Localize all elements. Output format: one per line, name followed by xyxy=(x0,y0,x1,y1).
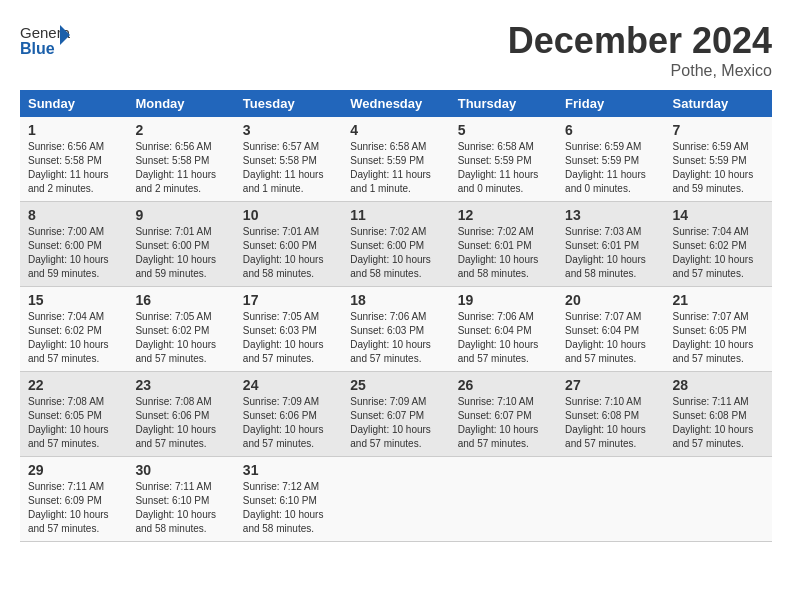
calendar-cell: 18Sunrise: 7:06 AMSunset: 6:03 PMDayligh… xyxy=(342,287,449,372)
calendar-cell: 4Sunrise: 6:58 AMSunset: 5:59 PMDaylight… xyxy=(342,117,449,202)
day-info: Sunrise: 7:00 AMSunset: 6:00 PMDaylight:… xyxy=(28,225,119,281)
day-number: 8 xyxy=(28,207,119,223)
calendar-cell xyxy=(450,457,557,542)
day-number: 27 xyxy=(565,377,656,393)
logo: General Blue xyxy=(20,20,70,60)
day-info: Sunrise: 6:59 AMSunset: 5:59 PMDaylight:… xyxy=(673,140,764,196)
day-info: Sunrise: 6:56 AMSunset: 5:58 PMDaylight:… xyxy=(28,140,119,196)
calendar-cell: 8Sunrise: 7:00 AMSunset: 6:00 PMDaylight… xyxy=(20,202,127,287)
calendar-cell xyxy=(342,457,449,542)
day-info: Sunrise: 7:11 AMSunset: 6:09 PMDaylight:… xyxy=(28,480,119,536)
day-number: 5 xyxy=(458,122,549,138)
day-number: 7 xyxy=(673,122,764,138)
calendar-cell: 21Sunrise: 7:07 AMSunset: 6:05 PMDayligh… xyxy=(665,287,772,372)
day-info: Sunrise: 7:09 AMSunset: 6:06 PMDaylight:… xyxy=(243,395,334,451)
calendar-cell: 30Sunrise: 7:11 AMSunset: 6:10 PMDayligh… xyxy=(127,457,234,542)
day-info: Sunrise: 7:04 AMSunset: 6:02 PMDaylight:… xyxy=(28,310,119,366)
day-info: Sunrise: 7:08 AMSunset: 6:06 PMDaylight:… xyxy=(135,395,226,451)
calendar-week-row: 15Sunrise: 7:04 AMSunset: 6:02 PMDayligh… xyxy=(20,287,772,372)
day-info: Sunrise: 7:07 AMSunset: 6:05 PMDaylight:… xyxy=(673,310,764,366)
day-number: 3 xyxy=(243,122,334,138)
day-number: 21 xyxy=(673,292,764,308)
calendar-cell: 12Sunrise: 7:02 AMSunset: 6:01 PMDayligh… xyxy=(450,202,557,287)
day-number: 2 xyxy=(135,122,226,138)
day-number: 28 xyxy=(673,377,764,393)
calendar-week-row: 22Sunrise: 7:08 AMSunset: 6:05 PMDayligh… xyxy=(20,372,772,457)
day-info: Sunrise: 7:06 AMSunset: 6:03 PMDaylight:… xyxy=(350,310,441,366)
calendar-cell: 9Sunrise: 7:01 AMSunset: 6:00 PMDaylight… xyxy=(127,202,234,287)
calendar-cell: 19Sunrise: 7:06 AMSunset: 6:04 PMDayligh… xyxy=(450,287,557,372)
calendar-header-row: SundayMondayTuesdayWednesdayThursdayFrid… xyxy=(20,90,772,117)
calendar-cell: 7Sunrise: 6:59 AMSunset: 5:59 PMDaylight… xyxy=(665,117,772,202)
calendar-cell: 15Sunrise: 7:04 AMSunset: 6:02 PMDayligh… xyxy=(20,287,127,372)
col-header-thursday: Thursday xyxy=(450,90,557,117)
day-info: Sunrise: 7:10 AMSunset: 6:08 PMDaylight:… xyxy=(565,395,656,451)
calendar-cell: 11Sunrise: 7:02 AMSunset: 6:00 PMDayligh… xyxy=(342,202,449,287)
calendar-cell: 25Sunrise: 7:09 AMSunset: 6:07 PMDayligh… xyxy=(342,372,449,457)
calendar-cell: 27Sunrise: 7:10 AMSunset: 6:08 PMDayligh… xyxy=(557,372,664,457)
day-info: Sunrise: 6:58 AMSunset: 5:59 PMDaylight:… xyxy=(458,140,549,196)
day-number: 4 xyxy=(350,122,441,138)
day-number: 16 xyxy=(135,292,226,308)
calendar-week-row: 8Sunrise: 7:00 AMSunset: 6:00 PMDaylight… xyxy=(20,202,772,287)
col-header-monday: Monday xyxy=(127,90,234,117)
calendar-cell: 28Sunrise: 7:11 AMSunset: 6:08 PMDayligh… xyxy=(665,372,772,457)
calendar-cell: 16Sunrise: 7:05 AMSunset: 6:02 PMDayligh… xyxy=(127,287,234,372)
day-number: 18 xyxy=(350,292,441,308)
day-number: 15 xyxy=(28,292,119,308)
day-info: Sunrise: 7:02 AMSunset: 6:00 PMDaylight:… xyxy=(350,225,441,281)
day-number: 29 xyxy=(28,462,119,478)
calendar-cell: 10Sunrise: 7:01 AMSunset: 6:00 PMDayligh… xyxy=(235,202,342,287)
day-info: Sunrise: 7:07 AMSunset: 6:04 PMDaylight:… xyxy=(565,310,656,366)
day-number: 13 xyxy=(565,207,656,223)
location: Pothe, Mexico xyxy=(508,62,772,80)
calendar-cell: 26Sunrise: 7:10 AMSunset: 6:07 PMDayligh… xyxy=(450,372,557,457)
day-info: Sunrise: 7:12 AMSunset: 6:10 PMDaylight:… xyxy=(243,480,334,536)
day-info: Sunrise: 7:02 AMSunset: 6:01 PMDaylight:… xyxy=(458,225,549,281)
col-header-saturday: Saturday xyxy=(665,90,772,117)
logo-icon: General Blue xyxy=(20,20,70,60)
day-info: Sunrise: 7:08 AMSunset: 6:05 PMDaylight:… xyxy=(28,395,119,451)
calendar-cell: 14Sunrise: 7:04 AMSunset: 6:02 PMDayligh… xyxy=(665,202,772,287)
day-info: Sunrise: 7:09 AMSunset: 6:07 PMDaylight:… xyxy=(350,395,441,451)
day-info: Sunrise: 7:11 AMSunset: 6:08 PMDaylight:… xyxy=(673,395,764,451)
day-number: 1 xyxy=(28,122,119,138)
day-info: Sunrise: 7:01 AMSunset: 6:00 PMDaylight:… xyxy=(243,225,334,281)
day-number: 22 xyxy=(28,377,119,393)
day-info: Sunrise: 7:05 AMSunset: 6:02 PMDaylight:… xyxy=(135,310,226,366)
day-number: 10 xyxy=(243,207,334,223)
day-info: Sunrise: 7:05 AMSunset: 6:03 PMDaylight:… xyxy=(243,310,334,366)
day-number: 25 xyxy=(350,377,441,393)
day-info: Sunrise: 6:57 AMSunset: 5:58 PMDaylight:… xyxy=(243,140,334,196)
col-header-sunday: Sunday xyxy=(20,90,127,117)
calendar-week-row: 1Sunrise: 6:56 AMSunset: 5:58 PMDaylight… xyxy=(20,117,772,202)
calendar-table: SundayMondayTuesdayWednesdayThursdayFrid… xyxy=(20,90,772,542)
day-number: 6 xyxy=(565,122,656,138)
calendar-cell: 13Sunrise: 7:03 AMSunset: 6:01 PMDayligh… xyxy=(557,202,664,287)
day-info: Sunrise: 7:11 AMSunset: 6:10 PMDaylight:… xyxy=(135,480,226,536)
day-info: Sunrise: 7:10 AMSunset: 6:07 PMDaylight:… xyxy=(458,395,549,451)
day-number: 11 xyxy=(350,207,441,223)
day-number: 17 xyxy=(243,292,334,308)
col-header-tuesday: Tuesday xyxy=(235,90,342,117)
calendar-cell: 3Sunrise: 6:57 AMSunset: 5:58 PMDaylight… xyxy=(235,117,342,202)
day-number: 31 xyxy=(243,462,334,478)
day-number: 26 xyxy=(458,377,549,393)
calendar-cell: 22Sunrise: 7:08 AMSunset: 6:05 PMDayligh… xyxy=(20,372,127,457)
day-info: Sunrise: 6:58 AMSunset: 5:59 PMDaylight:… xyxy=(350,140,441,196)
day-number: 30 xyxy=(135,462,226,478)
calendar-cell xyxy=(557,457,664,542)
day-number: 19 xyxy=(458,292,549,308)
calendar-cell: 5Sunrise: 6:58 AMSunset: 5:59 PMDaylight… xyxy=(450,117,557,202)
calendar-cell: 23Sunrise: 7:08 AMSunset: 6:06 PMDayligh… xyxy=(127,372,234,457)
page-header: General Blue December 2024 Pothe, Mexico xyxy=(20,20,772,80)
col-header-friday: Friday xyxy=(557,90,664,117)
title-block: December 2024 Pothe, Mexico xyxy=(508,20,772,80)
calendar-cell: 24Sunrise: 7:09 AMSunset: 6:06 PMDayligh… xyxy=(235,372,342,457)
calendar-cell: 17Sunrise: 7:05 AMSunset: 6:03 PMDayligh… xyxy=(235,287,342,372)
col-header-wednesday: Wednesday xyxy=(342,90,449,117)
day-number: 24 xyxy=(243,377,334,393)
calendar-cell: 2Sunrise: 6:56 AMSunset: 5:58 PMDaylight… xyxy=(127,117,234,202)
day-number: 12 xyxy=(458,207,549,223)
day-info: Sunrise: 7:04 AMSunset: 6:02 PMDaylight:… xyxy=(673,225,764,281)
